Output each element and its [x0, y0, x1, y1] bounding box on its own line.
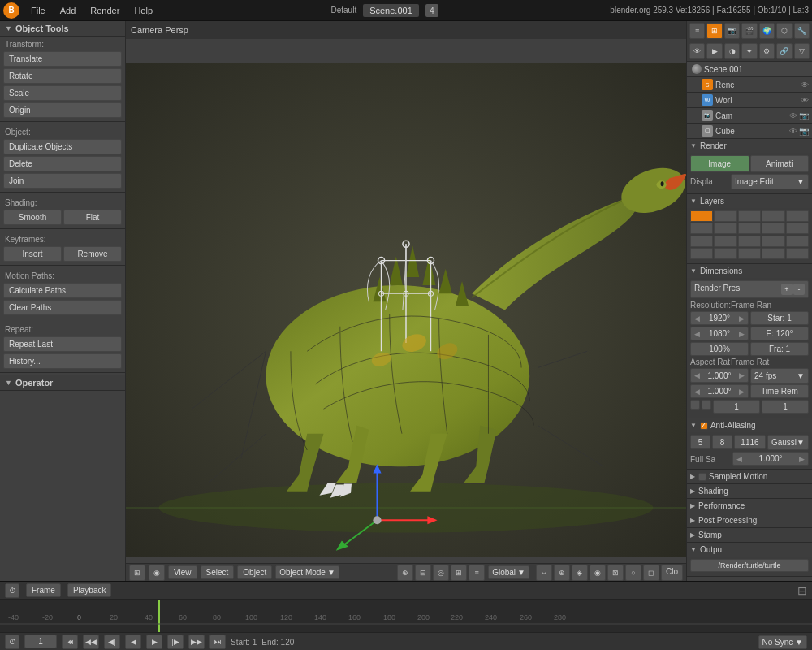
join-button[interactable]: Join	[3, 173, 122, 188]
asp-x-field[interactable]: ◀ 1.000° ▶	[690, 368, 749, 383]
origin-button[interactable]: Origin	[3, 102, 122, 118]
delete-button[interactable]: Delete	[3, 156, 122, 171]
menu-file[interactable]: File	[24, 4, 52, 17]
view-icon[interactable]: 👁	[689, 43, 705, 59]
asp-x-right-arrow[interactable]: ▶	[739, 371, 745, 379]
layer-11[interactable]	[690, 236, 713, 247]
post-processing-header[interactable]: ▶ Post Processing	[687, 514, 812, 527]
renc-visibility-icon[interactable]: 👁	[801, 80, 809, 89]
render-props-icon[interactable]: 📷	[724, 23, 740, 39]
layer-12[interactable]	[714, 236, 736, 247]
asp-y-arrow[interactable]: ◀	[694, 388, 700, 396]
cube-render-icon[interactable]: 📷	[799, 127, 809, 136]
animation-render-button[interactable]: Animati	[750, 155, 810, 172]
asp-x-arrow[interactable]: ◀	[694, 371, 700, 379]
insert-keyframe-button[interactable]: Insert	[3, 246, 62, 262]
prev-frame-btn[interactable]: ◀◀	[83, 635, 99, 649]
scale-button[interactable]: Scale	[3, 85, 122, 101]
data-icon[interactable]: ▽	[794, 43, 810, 59]
tool-icon-4[interactable]: ◉	[590, 565, 606, 581]
sampled-motion-checkbox[interactable]	[698, 473, 706, 481]
cam-camera-icon[interactable]: 📷	[799, 111, 809, 120]
layer-20[interactable]	[786, 248, 809, 259]
res-y-left-arrow[interactable]: ◀	[694, 330, 700, 338]
timeline-icon-btn[interactable]: ⏱	[5, 635, 19, 649]
current-frame-field[interactable]: 1	[24, 635, 57, 648]
pivot-icon[interactable]: ⊞	[451, 565, 467, 581]
layer-19[interactable]	[762, 248, 784, 259]
num-field-2[interactable]: 1	[762, 400, 809, 414]
res-x-right-arrow[interactable]: ▶	[739, 314, 745, 323]
modifier-icon[interactable]: 🔧	[794, 23, 810, 39]
manipulator-icon[interactable]: ⊕	[397, 565, 413, 581]
layer-9[interactable]	[762, 223, 784, 234]
snap-icon[interactable]: ⊟	[415, 565, 431, 581]
aa-val3-field[interactable]: 1116	[734, 435, 766, 449]
translate-button[interactable]: Translate	[3, 51, 122, 67]
history-button[interactable]: History...	[3, 353, 122, 369]
render-header[interactable]: ▼ Render	[687, 139, 812, 153]
world-props-icon[interactable]: 🌍	[759, 23, 775, 39]
object-menu-button[interactable]: Object	[237, 566, 272, 579]
constraints-icon[interactable]: 🔗	[776, 43, 792, 59]
tool-icon-6[interactable]: ○	[625, 565, 641, 581]
flat-button[interactable]: Flat	[63, 210, 122, 225]
play-reverse-btn[interactable]: ◀	[125, 635, 141, 649]
tool-icon-1[interactable]: ↔	[536, 565, 552, 581]
layer-3[interactable]	[738, 210, 761, 222]
layer-13[interactable]	[738, 236, 761, 247]
res-x-field[interactable]: ◀ 1920° ▶	[690, 311, 749, 325]
play-start-btn[interactable]: ⏮	[62, 635, 78, 649]
layer-16[interactable]	[690, 248, 713, 259]
preset-add-btn[interactable]: +	[781, 284, 793, 295]
fps-dropdown[interactable]: 24 fps ▼	[750, 368, 809, 384]
layer-1[interactable]	[690, 210, 713, 222]
layer-18[interactable]	[738, 248, 761, 259]
asp-y-right-arrow[interactable]: ▶	[739, 388, 745, 396]
next-keyframe-btn[interactable]: |▶	[167, 635, 184, 649]
repeat-last-button[interactable]: Repeat Last	[3, 336, 122, 352]
performance-header[interactable]: ▶ Performance	[687, 499, 812, 513]
tool-icon-7[interactable]: ◻	[643, 565, 659, 581]
aa-val1-field[interactable]: 5	[690, 435, 710, 449]
viewport-icon-1[interactable]: ⊞	[129, 565, 145, 581]
play-end-btn[interactable]: ⏭	[209, 635, 226, 649]
res-x-left-arrow[interactable]: ◀	[694, 314, 700, 323]
remove-keyframe-button[interactable]: Remove	[63, 246, 122, 262]
proportional-icon[interactable]: ◎	[433, 565, 449, 581]
fra-field[interactable]: Fra: 1	[750, 342, 809, 356]
play-btn[interactable]: ▶	[146, 635, 162, 649]
dimensions-header[interactable]: ▼ Dimensions	[687, 264, 812, 278]
view-button[interactable]: View	[168, 566, 197, 579]
worl-visibility-icon[interactable]: 👁	[801, 96, 809, 105]
calculate-paths-button[interactable]: Calculate Paths	[3, 283, 122, 298]
aa-checkbox[interactable]	[700, 422, 708, 430]
tool-icon-2[interactable]: ⊕	[554, 565, 570, 581]
properties-icon[interactable]: ⊞	[706, 23, 722, 39]
frame-label-btn[interactable]: Frame	[26, 583, 61, 597]
layer-15[interactable]	[786, 236, 809, 247]
full-sample-left[interactable]: ◀	[736, 455, 742, 463]
num-field-1[interactable]: 1	[713, 400, 760, 414]
layer-6[interactable]	[690, 223, 713, 234]
layers-header[interactable]: ▼ Layers	[687, 194, 812, 208]
scene-props-icon[interactable]: 🎬	[741, 23, 757, 39]
full-sample-right[interactable]: ▶	[799, 455, 805, 463]
star-field[interactable]: Star: 1	[750, 311, 809, 325]
viewport[interactable]: Camera Persp	[126, 21, 686, 581]
prev-keyframe-btn[interactable]: ◀|	[104, 635, 120, 649]
next-frame-btn[interactable]: ▶▶	[188, 635, 205, 649]
layer-17[interactable]	[714, 248, 736, 259]
sampled-motion-header[interactable]: ▶ Sampled Motion	[687, 470, 812, 483]
physics-icon[interactable]: ⚙	[759, 43, 775, 59]
menu-help[interactable]: Help	[127, 4, 159, 17]
aa-filter-dropdown[interactable]: Gaussi ▼	[767, 435, 809, 450]
checkmark-2[interactable]	[702, 400, 711, 410]
shading-icon[interactable]: ◑	[724, 43, 740, 59]
res-y-field[interactable]: ◀ 1080° ▶	[690, 327, 749, 340]
duplicate-objects-button[interactable]: Duplicate Objects	[3, 139, 122, 154]
render-icon-2[interactable]: ▶	[706, 43, 722, 59]
checkmark-1[interactable]	[690, 400, 700, 410]
smooth-button[interactable]: Smooth	[3, 210, 62, 225]
tool-icon-3[interactable]: ◈	[572, 565, 588, 581]
